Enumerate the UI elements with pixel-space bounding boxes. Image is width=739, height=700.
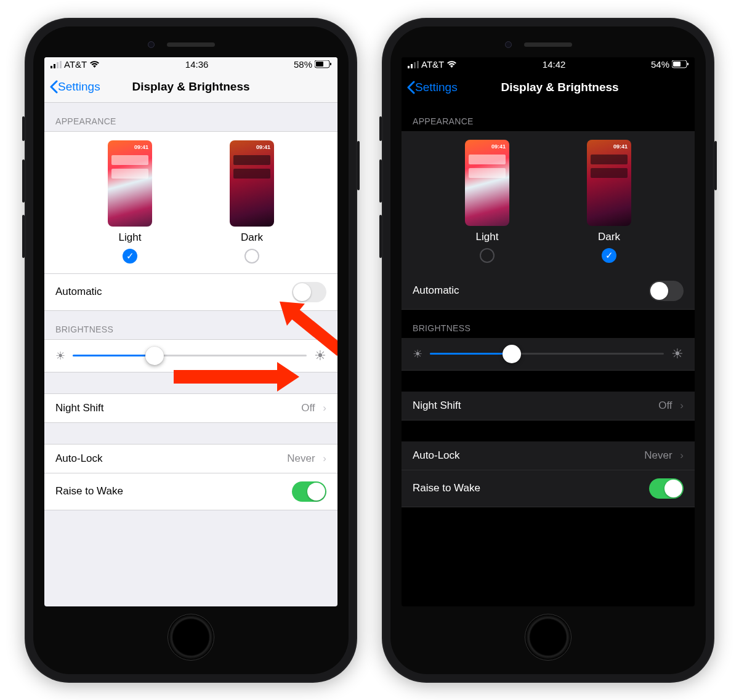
appearance-header: APPEARANCE	[402, 103, 695, 131]
brightness-slider[interactable]	[73, 355, 307, 356]
cellular-signal-icon	[408, 61, 419, 68]
night-shift-row[interactable]: Night Shift Off ›	[44, 393, 337, 423]
appearance-selector: 09:41 Light 09:41 Dark ✓	[402, 131, 695, 273]
automatic-label: Automatic	[55, 286, 102, 298]
battery-percentage: 58%	[294, 59, 312, 70]
back-button[interactable]: Settings	[49, 80, 100, 94]
svg-rect-8	[411, 64, 413, 68]
page-title: Display & Brightness	[132, 80, 249, 94]
status-bar: AT&T 14:36 58%	[44, 57, 337, 72]
appearance-option-dark[interactable]: 09:41 Dark	[230, 140, 274, 264]
automatic-row: Automatic	[402, 273, 695, 310]
chevron-left-icon	[49, 80, 58, 94]
dark-preview-thumbnail: 09:41	[587, 140, 631, 226]
automatic-label: Automatic	[413, 284, 459, 297]
battery-icon	[672, 60, 689, 68]
raise-to-wake-toggle[interactable]	[649, 478, 684, 499]
auto-lock-label: Auto-Lock	[55, 453, 103, 465]
svg-rect-10	[417, 61, 419, 68]
dark-label: Dark	[598, 231, 620, 243]
night-shift-label: Night Shift	[55, 402, 103, 414]
appearance-header: APPEARANCE	[44, 103, 337, 131]
raise-to-wake-label: Raise to Wake	[55, 485, 123, 497]
home-button[interactable]	[168, 614, 214, 661]
light-label: Light	[119, 231, 142, 244]
svg-rect-13	[687, 63, 689, 65]
sun-min-icon: ☀	[413, 347, 422, 361]
appearance-option-light[interactable]: 09:41 Light	[465, 140, 509, 263]
clock: 14:36	[185, 59, 209, 70]
svg-rect-1	[54, 64, 55, 68]
chevron-right-icon: ›	[677, 400, 684, 411]
home-button[interactable]	[525, 614, 571, 661]
battery-percentage: 54%	[651, 59, 669, 70]
carrier-label: AT&T	[64, 59, 87, 70]
nav-bar: Settings Display & Brightness	[402, 72, 695, 103]
svg-rect-5	[316, 62, 323, 66]
raise-to-wake-toggle[interactable]	[292, 481, 326, 502]
dark-radio-unchecked[interactable]	[244, 249, 259, 264]
brightness-header: BRIGHTNESS	[402, 310, 695, 338]
dark-preview-thumbnail: 09:41	[230, 140, 274, 227]
svg-rect-6	[330, 63, 331, 65]
chevron-right-icon: ›	[677, 449, 684, 461]
raise-to-wake-row: Raise to Wake	[402, 470, 695, 507]
raise-to-wake-label: Raise to Wake	[413, 482, 480, 494]
svg-rect-3	[60, 61, 62, 68]
night-shift-value: Off	[658, 400, 672, 411]
iphone-light-mode: AT&T 14:36 58% Settings Display & Bright…	[25, 18, 357, 683]
light-radio-unchecked[interactable]	[480, 248, 495, 263]
dark-label: Dark	[241, 231, 263, 244]
brightness-row: ☀ ☀	[402, 338, 695, 371]
svg-rect-0	[50, 66, 52, 68]
back-label: Settings	[58, 80, 100, 94]
night-shift-row[interactable]: Night Shift Off ›	[402, 392, 695, 420]
svg-rect-12	[673, 62, 680, 66]
cellular-signal-icon	[50, 61, 62, 68]
sun-min-icon: ☀	[55, 349, 65, 363]
appearance-option-light[interactable]: 09:41 Light ✓	[108, 140, 152, 264]
auto-lock-value: Never	[644, 449, 672, 461]
clock: 14:42	[543, 59, 566, 70]
brightness-slider[interactable]	[430, 353, 664, 355]
back-button[interactable]: Settings	[406, 81, 458, 94]
auto-lock-row[interactable]: Auto-Lock Never ›	[44, 444, 337, 473]
light-radio-checked[interactable]: ✓	[123, 249, 137, 264]
svg-rect-9	[414, 62, 416, 68]
auto-lock-row[interactable]: Auto-Lock Never ›	[402, 441, 695, 470]
page-title: Display & Brightness	[501, 81, 618, 94]
sun-max-icon: ☀	[671, 346, 684, 362]
automatic-toggle[interactable]	[649, 281, 684, 301]
chevron-right-icon: ›	[320, 453, 326, 464]
appearance-option-dark[interactable]: 09:41 Dark ✓	[587, 140, 631, 263]
iphone-dark-mode: AT&T 14:42 54% Settings Display & Bright…	[382, 18, 714, 683]
svg-rect-7	[408, 66, 410, 68]
night-shift-label: Night Shift	[413, 400, 461, 412]
wifi-icon	[89, 61, 100, 68]
light-label: Light	[476, 231, 499, 243]
auto-lock-value: Never	[287, 453, 315, 464]
sun-max-icon: ☀	[314, 348, 326, 364]
night-shift-value: Off	[301, 402, 315, 414]
back-label: Settings	[415, 81, 458, 94]
chevron-left-icon	[406, 81, 415, 94]
wifi-icon	[446, 61, 457, 68]
battery-icon	[315, 60, 331, 68]
appearance-selector: 09:41 Light ✓ 09:41 Dark	[44, 131, 337, 273]
status-bar: AT&T 14:42 54%	[402, 57, 695, 72]
nav-bar: Settings Display & Brightness	[44, 72, 337, 103]
chevron-right-icon: ›	[320, 402, 326, 414]
svg-rect-2	[57, 62, 59, 68]
light-preview-thumbnail: 09:41	[108, 140, 152, 227]
carrier-label: AT&T	[421, 59, 444, 70]
dark-radio-checked[interactable]: ✓	[602, 248, 616, 263]
raise-to-wake-row: Raise to Wake	[44, 473, 337, 510]
light-preview-thumbnail: 09:41	[465, 140, 509, 226]
auto-lock-label: Auto-Lock	[413, 449, 460, 462]
